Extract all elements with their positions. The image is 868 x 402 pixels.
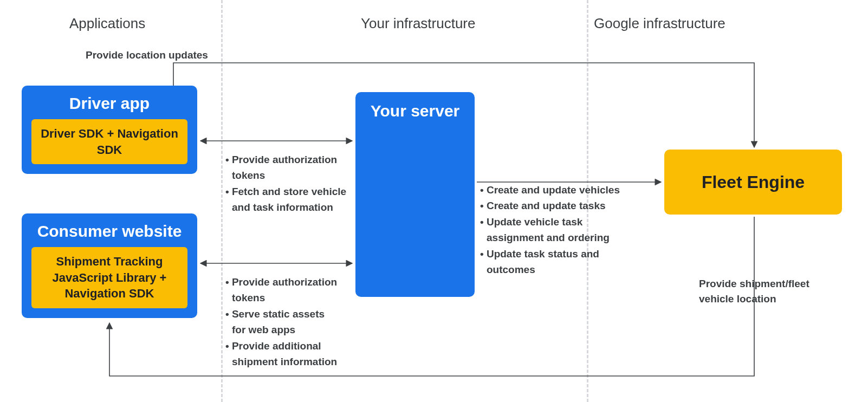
section-header-your-infra: Your infrastructure bbox=[361, 15, 475, 32]
notes-consumer-server: • Provide authorization tokens • Serve s… bbox=[225, 274, 337, 370]
section-divider-1 bbox=[221, 0, 223, 402]
consumer-website-box: Consumer website Shipment Tracking JavaS… bbox=[22, 213, 197, 318]
driver-app-chip: Driver SDK + Navigation SDK bbox=[31, 119, 187, 164]
fleet-engine-title: Fleet Engine bbox=[702, 172, 805, 192]
notes-driver-server: • Provide authorization tokens • Fetch a… bbox=[225, 152, 346, 216]
driver-app-box: Driver app Driver SDK + Navigation SDK bbox=[22, 86, 197, 174]
section-header-applications: Applications bbox=[69, 15, 145, 32]
section-header-google-infra: Google infrastructure bbox=[594, 15, 726, 32]
notes-server-fleet: • Create and update vehicles • Create an… bbox=[480, 182, 620, 278]
your-server-title: Your server bbox=[355, 92, 475, 120]
label-top-arrow: Provide location updates bbox=[86, 48, 208, 63]
consumer-website-title: Consumer website bbox=[31, 222, 187, 241]
fleet-engine-box: Fleet Engine bbox=[664, 150, 842, 215]
label-bottom-arrow: Provide shipment/fleet vehicle location bbox=[699, 276, 834, 306]
consumer-website-chip: Shipment Tracking JavaScript Library + N… bbox=[31, 247, 187, 308]
driver-app-title: Driver app bbox=[31, 94, 187, 113]
your-server-box: Your server bbox=[355, 92, 475, 297]
